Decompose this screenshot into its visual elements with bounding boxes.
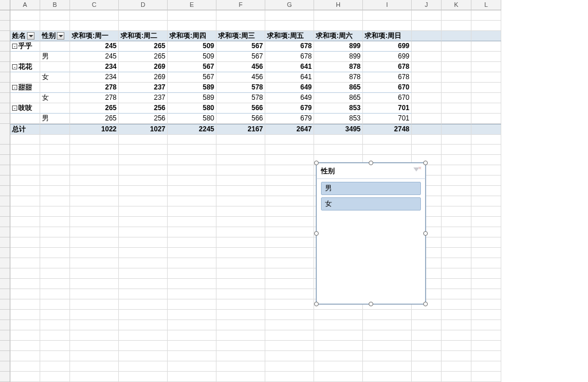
cell[interactable] <box>216 217 265 227</box>
cell[interactable] <box>216 320 265 330</box>
cell[interactable] <box>119 165 168 176</box>
cell[interactable] <box>119 21 168 31</box>
cell[interactable] <box>442 10 471 21</box>
cell[interactable] <box>168 186 216 196</box>
cell[interactable] <box>265 258 314 268</box>
cell[interactable]: 3495 <box>314 124 363 135</box>
cell[interactable] <box>168 10 216 21</box>
cell[interactable] <box>216 134 265 145</box>
cell[interactable]: 649 <box>265 83 314 93</box>
row-header[interactable] <box>0 52 10 62</box>
cell[interactable] <box>10 268 40 279</box>
cell[interactable] <box>216 341 265 351</box>
cell[interactable] <box>442 320 471 330</box>
cell[interactable] <box>40 310 70 320</box>
cell[interactable] <box>363 310 412 320</box>
cell[interactable] <box>10 196 40 206</box>
cell[interactable]: 567 <box>216 52 265 62</box>
cell[interactable]: 670 <box>363 83 412 93</box>
cell[interactable]: 1027 <box>119 124 168 135</box>
cell[interactable]: 678 <box>363 62 412 72</box>
cell[interactable] <box>40 186 70 196</box>
cell[interactable] <box>168 310 216 320</box>
cell[interactable] <box>265 330 314 341</box>
cell[interactable] <box>471 217 501 227</box>
grand-total-label[interactable]: 总计 <box>10 124 40 135</box>
cell[interactable] <box>10 21 40 31</box>
cell[interactable] <box>412 145 442 155</box>
cell[interactable] <box>216 186 265 196</box>
cell[interactable] <box>265 145 314 155</box>
cell[interactable] <box>412 62 442 72</box>
value-header[interactable]: 求和项:周四 <box>168 31 216 41</box>
resize-handle[interactable] <box>423 302 428 306</box>
cell[interactable]: 865 <box>314 93 363 103</box>
cell[interactable] <box>40 10 70 21</box>
cell[interactable] <box>363 351 412 361</box>
cell[interactable]: -花花 <box>10 62 40 72</box>
cell[interactable] <box>216 279 265 289</box>
cell[interactable] <box>314 134 363 145</box>
cell[interactable]: -乎乎 <box>10 41 40 52</box>
cell[interactable] <box>10 279 40 289</box>
cell[interactable]: 865 <box>314 83 363 93</box>
cell[interactable] <box>442 31 471 41</box>
cell[interactable] <box>70 237 119 248</box>
cell[interactable] <box>10 227 40 237</box>
cell[interactable] <box>70 351 119 361</box>
cell[interactable] <box>168 145 216 155</box>
cell[interactable] <box>442 248 471 258</box>
cell[interactable] <box>10 299 40 310</box>
row-header[interactable] <box>0 217 10 227</box>
cell[interactable] <box>471 93 501 103</box>
cell[interactable]: 589 <box>168 83 216 93</box>
cell[interactable]: 245 <box>70 41 119 52</box>
gender-cell[interactable]: 女 <box>40 93 70 103</box>
cell[interactable]: 性别 <box>40 31 70 41</box>
cell[interactable] <box>119 186 168 196</box>
row-header[interactable] <box>0 248 10 258</box>
row-header[interactable] <box>0 93 10 103</box>
cell[interactable]: 878 <box>314 62 363 72</box>
cell[interactable] <box>314 21 363 31</box>
cell[interactable] <box>265 299 314 310</box>
row-header[interactable] <box>0 361 10 372</box>
cell[interactable] <box>412 341 442 351</box>
cell[interactable]: 699 <box>363 52 412 62</box>
cell[interactable]: 678 <box>265 41 314 52</box>
cell[interactable] <box>412 351 442 361</box>
cell[interactable] <box>119 10 168 21</box>
cell[interactable]: 679 <box>265 114 314 124</box>
cell[interactable] <box>471 62 501 72</box>
value-header[interactable]: 求和项:周日 <box>363 31 412 41</box>
cell[interactable] <box>216 268 265 279</box>
cell[interactable] <box>363 320 412 330</box>
cell[interactable] <box>442 186 471 196</box>
cell[interactable] <box>471 41 501 52</box>
cell[interactable] <box>471 134 501 145</box>
cell[interactable] <box>471 103 501 114</box>
row-header[interactable] <box>0 62 10 72</box>
cell[interactable] <box>265 227 314 237</box>
cell[interactable] <box>10 114 40 124</box>
cell[interactable] <box>168 258 216 268</box>
cell[interactable]: 2748 <box>363 124 412 135</box>
cell[interactable] <box>265 372 314 382</box>
cell[interactable] <box>442 258 471 268</box>
cell[interactable] <box>216 145 265 155</box>
cell[interactable] <box>265 248 314 258</box>
cell[interactable] <box>10 10 40 21</box>
row-header[interactable] <box>0 289 10 299</box>
cell[interactable]: 878 <box>314 72 363 83</box>
cell[interactable]: 853 <box>314 114 363 124</box>
row-header[interactable] <box>0 103 10 114</box>
cell[interactable] <box>168 341 216 351</box>
cell[interactable] <box>10 165 40 176</box>
resize-handle[interactable] <box>423 231 428 236</box>
cell[interactable] <box>216 372 265 382</box>
slicer-item[interactable]: 男 <box>321 182 421 195</box>
cell[interactable] <box>412 310 442 320</box>
cell[interactable] <box>471 310 501 320</box>
cell[interactable] <box>168 351 216 361</box>
cell[interactable] <box>168 237 216 248</box>
